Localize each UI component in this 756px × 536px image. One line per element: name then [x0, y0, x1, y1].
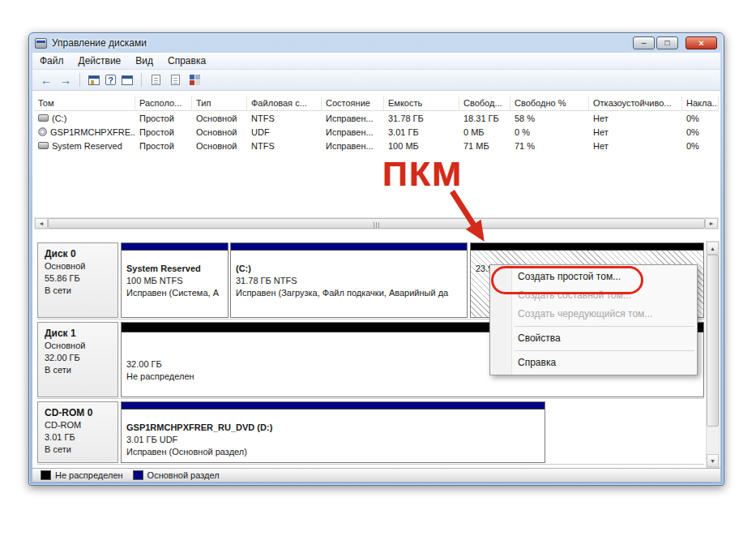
cdrom-row-0: CD-ROM 0 CD-ROM 3.01 ГБ В сети GSP1RMCHP… [37, 401, 704, 465]
help-icon[interactable]: ? [105, 75, 116, 85]
close-button[interactable]: × [686, 36, 717, 49]
toolbar-separator [141, 73, 142, 87]
col-header-type[interactable]: Тип [192, 96, 247, 111]
col-header-capacity[interactable]: Емкость [384, 96, 459, 111]
volume-name: System Reserved [52, 141, 122, 151]
partition-color-bar [231, 243, 467, 251]
col-header-free-pct[interactable]: Свободно % [510, 96, 589, 111]
hdd-icon [38, 142, 49, 149]
disk-management-snapin-icon[interactable] [186, 72, 203, 88]
volume-row-system-reserved[interactable]: System Reserved Простой Основной NTFS Ис… [34, 139, 719, 152]
scroll-up-icon[interactable]: ▲ [707, 242, 719, 255]
disk-management-window: Управление дисками – □ × Файл Действие В… [28, 32, 724, 486]
volume-row-dvd[interactable]: GSP1RMCHPXFRE... Простой Основной UDF Ис… [34, 125, 719, 139]
cdrom-label[interactable]: CD-ROM 0 CD-ROM 3.01 ГБ В сети [37, 401, 118, 463]
disk0-label[interactable]: Диск 0 Основной 55.86 ГБ В сети [37, 242, 118, 318]
menu-item-view[interactable]: Вид [128, 54, 160, 68]
context-menu-separator [515, 326, 694, 327]
partition-c[interactable]: (C:) 31.78 ГБ NTFS Исправен (Загрузка, Ф… [230, 242, 468, 318]
title-bar[interactable]: Управление дисками – □ × [29, 33, 724, 53]
menu-bar: Файл Действие Вид Справка [32, 53, 720, 70]
col-header-filesystem[interactable]: Файловая с... [247, 96, 322, 111]
window-controls: – □ × [631, 36, 717, 49]
menu-item-file[interactable]: Файл [32, 54, 71, 68]
volume-name: (C:) [52, 114, 66, 123]
vertical-scroll-thumb[interactable] [707, 255, 719, 427]
menu-item-help[interactable]: Справка [160, 54, 213, 68]
partition-system-reserved[interactable]: System Reserved 100 МБ NTFS Исправен (Си… [121, 242, 229, 318]
console-window-icon[interactable] [119, 72, 135, 88]
legend-unallocated-label: Не распределен [55, 470, 123, 480]
partition-dvd[interactable]: GSP1RMCHPXFRER_RU_DVD (D:) 3.01 ГБ UDF И… [121, 401, 545, 463]
legend-unallocated-swatch [41, 470, 51, 480]
scroll-right-icon[interactable]: ► [705, 218, 718, 229]
toolbar-separator [79, 73, 80, 87]
context-menu-item-create-striped-volume: Создать чередующийся том... [490, 305, 697, 324]
scroll-left-icon[interactable]: ◄ [35, 218, 48, 229]
legend-unallocated: Не распределен [41, 470, 123, 480]
annotation-arrow [436, 185, 509, 259]
partition-color-bar [122, 243, 228, 251]
screenshot-root: Управление дисками – □ × Файл Действие В… [0, 0, 756, 536]
disk1-label[interactable]: Диск 1 Основной 32.00 ГБ В сети [37, 322, 118, 397]
hdd-icon [38, 114, 49, 122]
properties-icon[interactable] [167, 72, 183, 88]
context-menu-item-help[interactable]: Справка [490, 354, 697, 372]
col-header-status[interactable]: Состояние [322, 96, 384, 111]
horizontal-scrollbar[interactable]: ◄ ► [34, 217, 719, 229]
toolbar: ← → ? [32, 70, 720, 91]
volume-list-header: Том Располо... Тип Файловая с... Состоян… [34, 96, 719, 111]
forward-icon[interactable]: → [58, 72, 74, 88]
partition-color-bar [122, 402, 545, 410]
context-menu-separator [515, 350, 694, 351]
legend-primary: Основной раздел [133, 470, 220, 480]
col-header-fault-tolerance[interactable]: Отказоустойчиво... [589, 96, 682, 111]
minimize-button[interactable]: – [633, 36, 655, 49]
legend-bar: Не распределен Основной раздел [32, 468, 720, 482]
disk-management-icon [35, 38, 47, 49]
context-menu-item-properties[interactable]: Свойства [490, 329, 697, 348]
horizontal-scroll-thumb[interactable] [48, 218, 705, 229]
legend-primary-label: Основной раздел [147, 470, 220, 480]
col-header-free[interactable]: Свобод... [459, 96, 510, 111]
show-console-tree-icon[interactable] [86, 72, 102, 88]
annotation-ellipse [491, 266, 643, 294]
legend-primary-swatch [133, 470, 143, 480]
back-icon[interactable]: ← [38, 72, 54, 88]
window-title: Управление дисками [52, 37, 147, 49]
cd-icon [38, 127, 47, 136]
vertical-scrollbar[interactable]: ▲ ▼ [706, 241, 720, 468]
scroll-down-icon[interactable]: ▼ [707, 454, 719, 467]
col-header-volume[interactable]: Том [34, 96, 135, 111]
volume-name: GSP1RMCHPXFRE... [50, 127, 135, 137]
col-header-overhead[interactable]: Накла... [682, 96, 719, 111]
export-list-icon[interactable] [147, 72, 164, 88]
col-header-layout[interactable]: Располо... [135, 96, 192, 111]
menu-item-action[interactable]: Действие [71, 54, 129, 68]
scroll-grip [373, 222, 380, 228]
volume-row-c[interactable]: (C:) Простой Основной NTFS Исправен... 3… [34, 111, 719, 125]
maximize-button[interactable]: □ [656, 36, 678, 49]
